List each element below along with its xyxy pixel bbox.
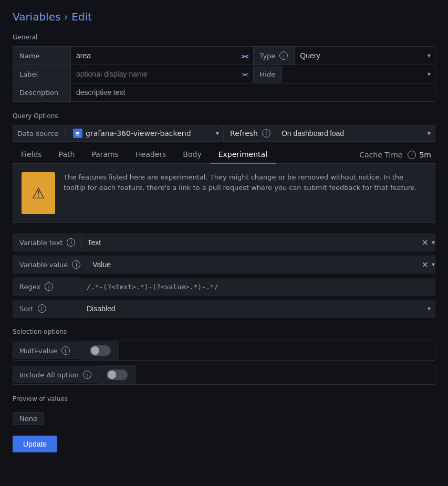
refresh-label: Refresh xyxy=(230,129,258,138)
sort-row: Sort i Disabled Alphabetical (asc) Alpha… xyxy=(13,300,435,318)
hide-label: Hide xyxy=(253,66,283,83)
experimental-text: The features listed here are experimenta… xyxy=(64,172,426,193)
ds-name: grafana-360-viewer-backend xyxy=(86,129,191,138)
variable-value-clear-icon[interactable]: ✕ xyxy=(419,260,432,270)
cache-time-value: 5m xyxy=(419,151,431,159)
name-edit-icon: ⫘ xyxy=(236,51,253,61)
selection-options-label: Selection options xyxy=(13,328,435,335)
data-source-selector[interactable]: ≡ grafana-360-viewer-backend ▾ xyxy=(66,125,224,141)
variable-text-label: Variable text i xyxy=(13,234,82,251)
variable-fields-section: Variable text i Text Value Custom ✕ ▾ Va… xyxy=(13,234,435,318)
multi-value-row: Multi-value i xyxy=(13,341,435,361)
variable-text-clear-icon[interactable]: ✕ xyxy=(419,238,432,248)
label-hide-row: Label ⫘ Hide Label Variab xyxy=(13,65,435,83)
variable-value-select[interactable]: Value Text Custom xyxy=(87,256,418,273)
query-options-label: Query Options xyxy=(13,112,435,120)
sort-info-icon[interactable]: i xyxy=(38,304,46,313)
variable-text-select[interactable]: Text Value Custom xyxy=(82,234,418,251)
ds-icon: ≡ xyxy=(73,129,82,138)
multi-value-toggle-cell xyxy=(81,341,119,360)
tab-params[interactable]: Params xyxy=(83,146,127,164)
cache-time-label: Cache Time xyxy=(359,151,402,159)
name-value-cell: ⫘ xyxy=(71,47,253,65)
general-section-label: General xyxy=(13,34,435,41)
variable-value-info-icon[interactable]: i xyxy=(72,260,80,269)
type-info-icon[interactable]: i xyxy=(279,51,288,60)
query-options-row: Data source ≡ grafana-360-viewer-backend… xyxy=(13,125,435,142)
label-input[interactable] xyxy=(71,65,236,83)
cache-time-group: Cache Time i 5m xyxy=(355,146,435,163)
experimental-box: ⚠ The features listed here are experimen… xyxy=(13,164,435,223)
variable-value-row: Variable value i Value Text Custom ✕ ▾ xyxy=(13,256,435,273)
on-dashboard-cell: On dashboard load On time range change ▾ xyxy=(277,126,435,141)
regex-row: Regex i xyxy=(13,278,435,295)
description-value-cell xyxy=(71,83,435,101)
description-label: Description xyxy=(13,83,71,101)
data-source-label-cell: Data source xyxy=(13,128,66,140)
variable-text-row: Variable text i Text Value Custom ✕ ▾ xyxy=(13,234,435,251)
on-dashboard-chevron-icon: ▾ xyxy=(428,130,431,137)
on-dashboard-select[interactable]: On dashboard load On time range change xyxy=(282,129,423,138)
hide-select[interactable]: Label Variable xyxy=(282,65,435,83)
preview-section-label: Preview of values xyxy=(13,395,435,403)
variable-text-info-icon[interactable]: i xyxy=(67,238,75,247)
refresh-info-icon[interactable]: i xyxy=(262,129,270,138)
regex-input[interactable] xyxy=(81,279,435,295)
cache-time-info-icon[interactable]: i xyxy=(408,151,416,159)
preview-section: Preview of values None xyxy=(13,395,435,425)
warning-icon: ⚠ xyxy=(32,185,45,202)
name-input[interactable] xyxy=(71,47,236,65)
multi-value-info-icon[interactable]: i xyxy=(61,346,70,355)
tab-path[interactable]: Path xyxy=(50,146,84,164)
breadcrumb-variables[interactable]: Variables xyxy=(13,10,60,23)
tabs-row: Fields Path Params Headers Body Experime… xyxy=(13,146,435,164)
warning-icon-box: ⚠ xyxy=(22,172,55,214)
type-label: Type i xyxy=(253,47,295,65)
selection-options-section: Selection options Multi-value i Include … xyxy=(13,328,435,385)
tab-body[interactable]: Body xyxy=(174,146,210,164)
multi-value-label: Multi-value i xyxy=(13,342,81,359)
ds-caret-icon: ▾ xyxy=(216,130,219,137)
tab-experimental[interactable]: Experimental xyxy=(210,146,276,164)
description-input[interactable] xyxy=(71,83,435,101)
variable-value-label: Variable value i xyxy=(13,256,87,273)
general-section: General Name ⫘ Type i xyxy=(13,34,435,102)
variable-value-chevron-icon: ▾ xyxy=(432,261,435,268)
name-type-row: Name ⫘ Type i Query Custom xyxy=(13,47,435,65)
type-select[interactable]: Query Custom Constant DataSource Interva… xyxy=(295,47,435,65)
sort-label: Sort i xyxy=(13,300,81,317)
regex-info-icon[interactable]: i xyxy=(45,282,53,291)
variable-text-chevron-icon: ▾ xyxy=(432,239,435,246)
page-title: Variables › Edit xyxy=(13,10,435,23)
multi-value-toggle-knob xyxy=(91,346,99,355)
include-all-toggle[interactable] xyxy=(107,369,128,380)
name-label: Name xyxy=(13,47,71,65)
regex-label: Regex i xyxy=(13,278,81,295)
refresh-cell: Refresh i xyxy=(224,126,277,141)
sort-select[interactable]: Disabled Alphabetical (asc) Alphabetical… xyxy=(81,300,435,317)
multi-value-toggle[interactable] xyxy=(90,345,111,356)
include-all-info-icon[interactable]: i xyxy=(83,371,91,379)
update-button[interactable]: Update xyxy=(13,436,57,452)
tab-fields[interactable]: Fields xyxy=(13,146,50,164)
label-edit-icon: ⫘ xyxy=(236,69,253,79)
include-all-row: Include All option i xyxy=(13,365,435,385)
description-row: Description xyxy=(13,83,435,101)
query-options-section: Query Options Data source ≡ grafana-360-… xyxy=(13,112,435,223)
preview-value: None xyxy=(13,412,44,425)
data-source-label: Data source xyxy=(17,130,58,138)
include-all-toggle-knob xyxy=(108,371,116,379)
label-value-cell: ⫘ xyxy=(71,65,253,83)
tab-headers[interactable]: Headers xyxy=(127,146,174,164)
include-all-label: Include All option i xyxy=(13,366,98,383)
label-label: Label xyxy=(13,65,71,83)
include-all-toggle-cell xyxy=(98,365,136,384)
